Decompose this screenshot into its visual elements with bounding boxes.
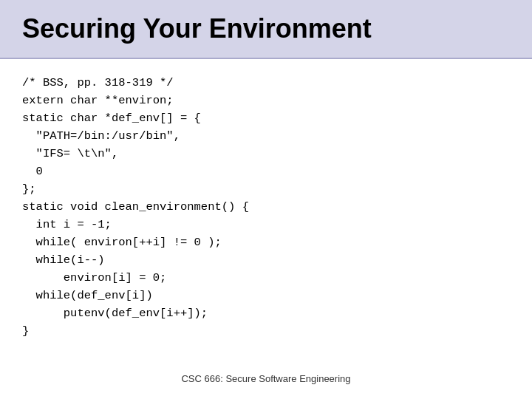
- slide-title: Securing Your Environment: [22, 13, 372, 44]
- footer-text: CSC 666: Secure Software Engineering: [22, 369, 510, 392]
- slide: Securing Your Environment /* BSS, pp. 31…: [0, 0, 532, 399]
- code-block: /* BSS, pp. 318-319 */ extern char **env…: [22, 74, 510, 340]
- title-bar: Securing Your Environment: [0, 0, 532, 59]
- content-area: /* BSS, pp. 318-319 */ extern char **env…: [0, 59, 532, 399]
